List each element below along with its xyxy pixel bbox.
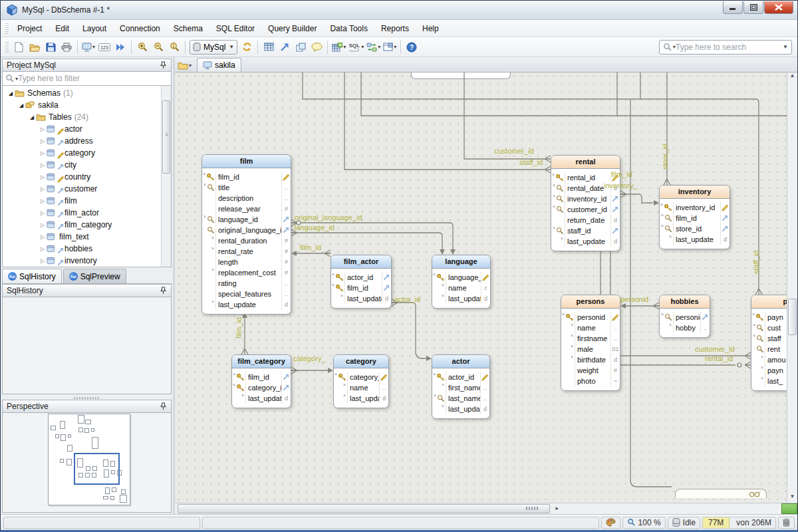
column-row[interactable]: weight# (561, 365, 620, 376)
layout-icon[interactable]: ▾ (382, 39, 398, 55)
sidebar-item-tables[interactable]: ◢Tables(24) (3, 111, 171, 123)
menu-edit[interactable]: Edit (49, 21, 76, 36)
pointer-icon[interactable] (277, 39, 293, 55)
sidebar-item-hobbies[interactable]: ▷hobbies (3, 243, 171, 255)
column-row[interactable]: ×last_updated (432, 404, 489, 414)
toolbar-grip[interactable] (5, 42, 9, 53)
column-row[interactable]: ×staff_id (551, 225, 620, 236)
column-row[interactable]: special_features.. (202, 289, 291, 299)
column-row[interactable]: ×payn (751, 365, 787, 376)
sidebar-item-country[interactable]: ▷country (3, 171, 171, 183)
refresh-icon[interactable] (239, 39, 255, 55)
minimize-button[interactable] (723, 1, 743, 14)
table-icon[interactable] (261, 39, 277, 55)
column-row[interactable]: ×personid (561, 312, 620, 323)
column-row[interactable]: ×customer_id (551, 204, 620, 215)
column-row[interactable]: ×firstname.. (561, 333, 620, 344)
table-header[interactable]: actor (432, 355, 489, 368)
numbers-icon[interactable]: 123 (96, 39, 112, 55)
minimap-viewport[interactable] (74, 453, 120, 485)
column-row[interactable]: ×store_id (660, 223, 730, 234)
menu-layout[interactable]: Layout (76, 21, 113, 36)
new-file-icon[interactable] (11, 39, 27, 55)
menu-reports[interactable]: Reports (374, 21, 416, 36)
column-row[interactable]: return_dated (551, 215, 620, 225)
connection-combo[interactable]: MySql▼ (190, 40, 237, 55)
column-row[interactable]: ×payn (751, 312, 787, 323)
table-header[interactable]: inventory (660, 186, 730, 199)
column-row[interactable]: ×staff (751, 333, 787, 344)
tree-scrollbar[interactable] (161, 86, 171, 267)
diagram-minimap[interactable] (48, 414, 130, 505)
sql-icon[interactable]: SQL▾ (347, 39, 365, 55)
sync-icon[interactable]: ▾ (365, 39, 382, 55)
zoom-cell[interactable]: 100 % (622, 517, 666, 529)
global-search[interactable]: ▾ ▼ (659, 40, 792, 55)
sidebar-item-category[interactable]: ▷category (3, 147, 171, 159)
column-row[interactable]: ×last_updated (432, 293, 490, 304)
table-header[interactable]: language (432, 255, 490, 269)
table-header[interactable]: film_category (232, 355, 291, 368)
toolbar-grip[interactable] (5, 23, 9, 34)
diagram-table-actor[interactable]: actor×actor_id×first_name..×last_name..×… (432, 354, 490, 419)
help-icon[interactable]: ? (404, 39, 420, 55)
tree-filter[interactable]: ▾ (2, 72, 172, 86)
fast-forward-icon[interactable] (112, 39, 128, 55)
diagram-table-category[interactable]: category×category_id×name..×last_updated (333, 354, 389, 408)
column-row[interactable]: ×film_id (202, 172, 291, 182)
comment-icon[interactable] (309, 39, 325, 55)
menu-data-tools[interactable]: Data Tools (323, 21, 374, 36)
column-row[interactable]: ×inventory_id (660, 202, 730, 213)
menu-connection[interactable]: Connection (113, 21, 167, 36)
column-row[interactable]: photo~ (561, 376, 620, 386)
column-row[interactable]: ×last_name.. (432, 393, 489, 404)
maximize-button[interactable] (743, 1, 763, 14)
column-row[interactable]: ×last_updated (334, 393, 388, 404)
sidebar-item-address[interactable]: ▷address (3, 135, 171, 147)
column-row[interactable]: ×last_updated (331, 293, 391, 304)
column-row[interactable]: length# (202, 257, 291, 267)
memory-cell[interactable]: 77M von 206M (702, 517, 776, 529)
column-row[interactable]: release_year# (202, 203, 291, 214)
sidebar-item-schemas[interactable]: ◢Schemas(1) (3, 87, 171, 99)
table-header[interactable]: film_actor (331, 255, 391, 269)
tree-filter-input[interactable] (18, 74, 168, 83)
diagram-canvas[interactable]: film×film_id×title..description..release… (175, 72, 787, 503)
menu-query-builder[interactable]: Query Builder (261, 21, 323, 36)
layout-folder-dropdown[interactable]: ▾ (178, 61, 192, 70)
pin-icon[interactable] (160, 402, 167, 410)
sidebar-item-customer[interactable]: ▷customer (3, 183, 171, 195)
presentation-icon[interactable]: ▾ (80, 39, 96, 55)
sidebar-item-film[interactable]: ▷film (3, 195, 171, 207)
sidebar-item-film-actor[interactable]: ▷film_actor (3, 207, 171, 219)
table-header[interactable]: persons (561, 295, 620, 309)
column-row[interactable]: ×birthdated (561, 354, 620, 365)
column-row[interactable]: ×replacement_cost# (202, 267, 291, 278)
table-header[interactable]: hobbies (660, 295, 710, 309)
cascade-icon[interactable] (293, 39, 309, 55)
open-folder-icon[interactable] (27, 39, 43, 55)
zoom-out-icon[interactable] (150, 39, 166, 55)
zoom-actual-icon[interactable]: 1 (166, 39, 182, 55)
column-row[interactable]: ×rental_rate# (202, 246, 291, 257)
column-row[interactable]: ×film_id (232, 372, 291, 382)
connection-state-cell[interactable]: Idle (668, 517, 700, 529)
canvas-horizontal-scrollbar[interactable] (175, 503, 781, 514)
zoom-in-icon[interactable] (134, 39, 150, 55)
scrollbar-grip[interactable] (526, 507, 538, 510)
column-row[interactable]: ×category_id (232, 382, 291, 393)
diagram-table-pa[interactable]: pa×payn×cust×staffrent×amou×payn×last_ (751, 295, 787, 391)
diagram-table-rental[interactable]: rental×rental_id×rental_dated×inventory_… (551, 155, 620, 251)
column-row[interactable]: ×actor_id (331, 272, 391, 283)
diagram-table-film_actor[interactable]: film_actor×actor_id×film_id×last_updated (331, 255, 392, 309)
print-icon[interactable] (59, 39, 74, 55)
column-row[interactable]: ×last_ (751, 376, 787, 386)
table-header[interactable]: category (334, 355, 388, 368)
diagram-table-hobbies[interactable]: hobbies×personid×hobby.. (659, 295, 710, 338)
column-row[interactable]: rating.. (202, 278, 291, 289)
column-row[interactable]: description.. (202, 193, 291, 203)
column-row[interactable]: ×last_updated (232, 393, 291, 404)
search-input[interactable] (676, 43, 782, 52)
gc-cell[interactable] (778, 517, 795, 529)
vertical-scrollbar-thumb[interactable] (788, 299, 797, 335)
